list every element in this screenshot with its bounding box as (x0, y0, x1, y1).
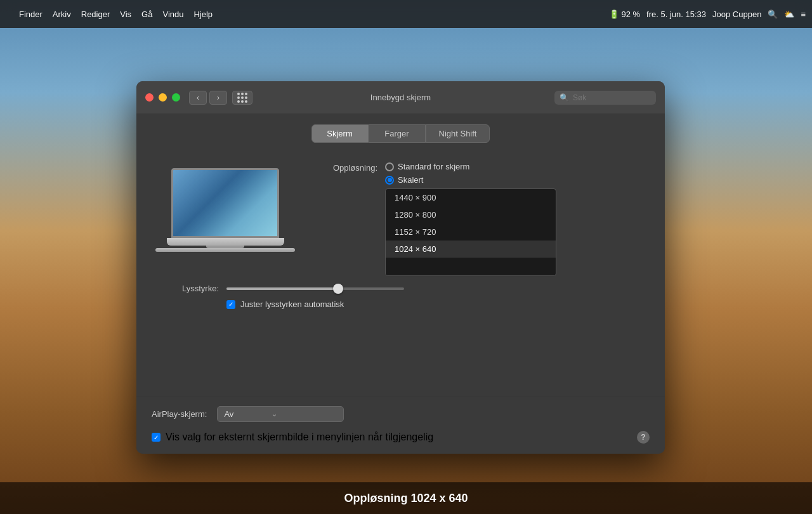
status-bar: Oppløsning 1024 x 640 (0, 482, 812, 514)
menubar: Finder Arkiv Rediger Vis Gå Vindu Hjelp … (0, 0, 812, 28)
mirror-checkbox-inner: ✓ Vis valg for eksternt skjermbilde i me… (152, 432, 433, 443)
macbook-image (155, 168, 295, 270)
menubar-item-vindu[interactable]: Vindu (162, 10, 183, 19)
menubar-item-ga[interactable]: Gå (141, 10, 152, 19)
standard-radio[interactable] (385, 162, 394, 171)
nav-buttons: ‹ › (189, 91, 227, 105)
resolution-1280[interactable]: 1280 × 800 (386, 206, 556, 223)
search-input[interactable] (573, 93, 651, 102)
mirror-label: Vis valg for eksternt skjermbilde i meny… (166, 432, 433, 443)
tab-skjerm[interactable]: Skjerm (311, 124, 369, 143)
resolution-1152[interactable]: 1152 × 720 (386, 223, 556, 241)
skalert-radio[interactable] (385, 176, 394, 185)
slider-thumb[interactable] (333, 284, 343, 294)
dropdown-arrow-icon: ⌄ (272, 410, 277, 418)
resolution-1024[interactable]: 1024 × 640 (386, 241, 556, 258)
menubar-datetime: fre. 5. jun. 15:33 (646, 10, 706, 19)
menubar-item-arkiv[interactable]: Arkiv (53, 10, 71, 19)
skalert-option[interactable]: Skalert (385, 175, 556, 185)
tab-farger[interactable]: Farger (369, 124, 426, 143)
menubar-item-hjelp[interactable]: Hjelp (193, 10, 213, 19)
airplay-label: AirPlay-skjerm: (152, 409, 207, 419)
search-icon: 🔍 (560, 93, 569, 102)
help-button[interactable]: ? (637, 431, 650, 444)
forward-button[interactable]: › (209, 91, 227, 105)
auto-brightness-checkbox[interactable]: ✓ (226, 300, 235, 309)
macbook-base (167, 238, 284, 246)
menubar-airdrop-icon[interactable]: ⛅ (784, 10, 794, 19)
preferences-window: ‹ › Innebygd skjerm 🔍 Skjerm Farger (136, 81, 665, 454)
resolution-1440[interactable]: 1440 × 900 (386, 189, 556, 206)
airplay-dropdown[interactable]: Av ⌄ (217, 406, 344, 422)
back-button[interactable]: ‹ (189, 91, 207, 105)
menubar-right: 🔋 92 % fre. 5. jun. 15:33 Joop Cuppen 🔍 … (609, 10, 806, 19)
brightness-row: Lysstyrke: (155, 284, 646, 293)
minimize-button[interactable] (159, 93, 167, 102)
titlebar: ‹ › Innebygd skjerm 🔍 (136, 81, 665, 114)
tab-night-shift[interactable]: Night Shift (426, 124, 490, 143)
resolution-list: 1440 × 900 1280 × 800 1152 × 720 1024 × … (385, 188, 556, 276)
close-button[interactable] (145, 93, 154, 102)
grid-view-button[interactable] (232, 91, 252, 105)
maximize-button[interactable] (172, 93, 180, 102)
resolution-radio-group: Standard for skjerm Skalert 1440 × 900 1… (385, 162, 556, 276)
standard-option[interactable]: Standard for skjerm (385, 162, 556, 171)
resolution-empty (386, 258, 556, 275)
menubar-item-rediger[interactable]: Rediger (81, 10, 110, 19)
macbook-screen (171, 168, 279, 238)
macbook-foot (155, 248, 295, 252)
grid-dots-icon (237, 93, 247, 103)
traffic-lights (145, 93, 180, 102)
menubar-left: Finder Arkiv Rediger Vis Gå Vindu Hjelp (6, 10, 213, 19)
tab-bar: Skjerm Farger Night Shift (136, 114, 665, 143)
menubar-battery: 🔋 92 % (609, 10, 640, 19)
window-title: Innebygd skjerm (370, 93, 431, 102)
status-text: Oppløsning 1024 x 640 (344, 492, 468, 505)
menubar-user: Joop Cuppen (712, 10, 761, 19)
brightness-slider[interactable] (226, 287, 404, 290)
window-content: Oppløsning: Standard for skjerm Skalert … (136, 143, 665, 397)
resolution-row: Oppløsning: Standard for skjerm Skalert … (314, 162, 646, 276)
menubar-item-vis[interactable]: Vis (120, 10, 131, 19)
content-inner: Oppløsning: Standard for skjerm Skalert … (155, 155, 646, 284)
brightness-label: Lysstyrke: (155, 284, 219, 293)
auto-brightness-row: ✓ Juster lysstyrken automatisk (226, 300, 646, 309)
menubar-list-icon[interactable]: ≡ (801, 10, 806, 19)
resolution-label: Oppløsning: (314, 162, 377, 173)
airplay-value: Av (224, 409, 233, 419)
menubar-app-name[interactable]: Finder (19, 10, 43, 19)
mirror-checkbox[interactable]: ✓ (152, 433, 160, 442)
skalert-label: Skalert (398, 175, 423, 185)
settings-area: Oppløsning: Standard for skjerm Skalert … (314, 155, 646, 284)
mirror-row: ✓ Vis valg for eksternt skjermbilde i me… (136, 431, 665, 454)
menubar-search-icon[interactable]: 🔍 (768, 10, 778, 19)
laptop-preview (155, 155, 295, 270)
slider-fill (226, 287, 338, 290)
auto-brightness-label: Juster lysstyrken automatisk (240, 300, 344, 309)
airplay-row: AirPlay-skjerm: Av ⌄ (136, 397, 665, 431)
search-bar[interactable]: 🔍 (554, 91, 656, 105)
standard-label: Standard for skjerm (398, 162, 469, 171)
